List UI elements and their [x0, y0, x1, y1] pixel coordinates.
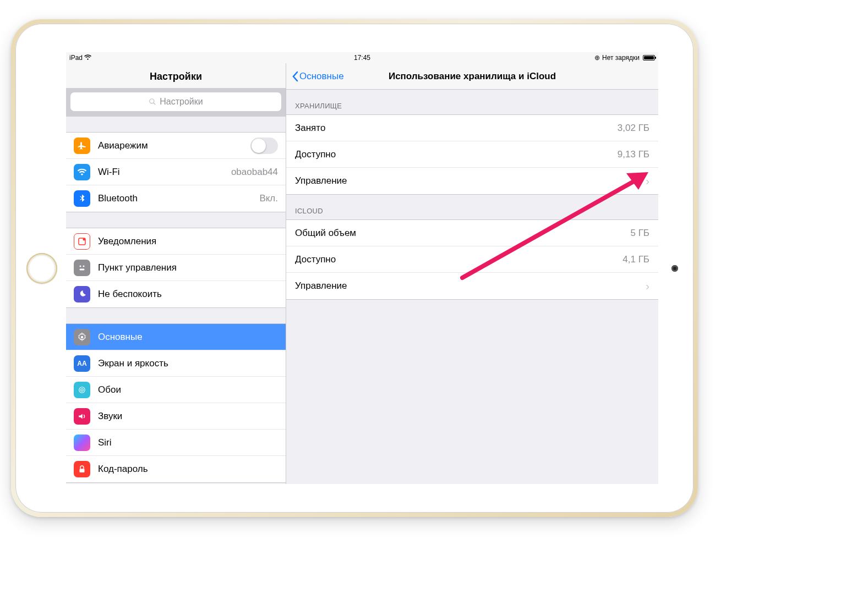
icloud-total-label: Общий объем [295, 228, 630, 239]
row-storage-used: Занято 3,02 ГБ [286, 115, 658, 141]
notifications-icon [74, 233, 90, 250]
bluetooth-value: Вкл. [259, 193, 278, 204]
wifi-label: Wi-Fi [98, 167, 231, 178]
sidebar-item-wifi[interactable]: Wi-Fi obaobab44 [66, 159, 286, 185]
wallpaper-icon [74, 382, 90, 398]
storage-manage-label: Управление [295, 175, 641, 186]
passcode-icon [74, 461, 90, 477]
chevron-left-icon [292, 71, 298, 82]
wifi-row-icon [74, 164, 90, 180]
device-label: iPad [69, 54, 83, 62]
chevron-right-icon: › [646, 280, 649, 293]
control-center-label: Пункт управления [98, 262, 278, 273]
sidebar-item-display[interactable]: AA Экран и яркость [66, 350, 286, 377]
detail-navbar: Основные Использование хранилища и iClou… [286, 63, 658, 90]
icloud-manage-label: Управление [295, 280, 641, 292]
airplane-label: Авиарежим [98, 140, 250, 151]
wifi-value: obaobab44 [231, 167, 278, 178]
dnd-label: Не беспокоить [98, 289, 278, 300]
siri-icon [74, 435, 90, 451]
search-icon [149, 98, 156, 106]
storage-used-value: 3,02 ГБ [618, 123, 649, 134]
sidebar-item-passcode[interactable]: Код-пароль [66, 456, 286, 482]
notifications-label: Уведомления [98, 236, 278, 247]
svg-rect-10 [80, 469, 85, 472]
sidebar-item-sounds[interactable]: Звуки [66, 403, 286, 430]
svg-line-1 [154, 103, 156, 105]
siri-label: Siri [98, 437, 278, 448]
search-placeholder: Настройки [160, 97, 203, 107]
section-header-storage: ХРАНИЛИЩЕ [286, 90, 658, 114]
bluetooth-label: Bluetooth [98, 193, 259, 204]
charging-icon: ⊕ [594, 54, 600, 62]
storage-available-label: Доступно [295, 149, 618, 160]
sidebar-item-wallpaper[interactable]: Обои [66, 377, 286, 403]
airplane-toggle[interactable] [250, 138, 278, 154]
wallpaper-label: Обои [98, 384, 278, 395]
svg-point-5 [83, 265, 85, 267]
control-center-icon [74, 260, 90, 276]
passcode-label: Код-пароль [98, 464, 278, 475]
status-bar: iPad 17:45 ⊕ Нет зарядки [66, 52, 658, 63]
bluetooth-icon [74, 190, 90, 207]
svg-point-7 [81, 336, 84, 338]
sidebar-title: Настройки [66, 63, 286, 88]
sidebar-item-airplane[interactable]: Авиарежим [66, 133, 286, 159]
row-icloud-manage[interactable]: Управление › [286, 273, 658, 299]
svg-rect-6 [80, 268, 85, 270]
sidebar-item-bluetooth[interactable]: Bluetooth Вкл. [66, 185, 286, 212]
display-icon: AA [74, 355, 90, 372]
row-storage-available: Доступно 9,13 ГБ [286, 141, 658, 168]
airplane-icon [74, 138, 90, 154]
icloud-available-value: 4,1 ГБ [622, 254, 649, 265]
search-input[interactable]: Настройки [70, 92, 281, 111]
storage-used-label: Занято [295, 123, 618, 134]
icloud-available-label: Доступно [295, 254, 622, 265]
general-label: Основные [98, 332, 278, 343]
row-storage-manage[interactable]: Управление › [286, 168, 658, 194]
chevron-right-icon: › [646, 175, 649, 188]
sidebar-item-general[interactable]: Основные [66, 324, 286, 350]
sidebar-item-siri[interactable]: Siri [66, 430, 286, 456]
charging-text: Нет зарядки [602, 54, 640, 62]
screen: iPad 17:45 ⊕ Нет зарядки Настройки [66, 52, 658, 484]
battery-icon [643, 55, 655, 61]
front-camera [671, 265, 678, 272]
svg-point-0 [150, 99, 154, 103]
general-icon [74, 329, 90, 345]
settings-sidebar: Настройки Настройки Авиарежим [66, 63, 286, 484]
svg-point-4 [80, 265, 81, 267]
home-button[interactable] [26, 253, 57, 284]
svg-point-9 [81, 388, 84, 391]
row-icloud-total: Общий объем 5 ГБ [286, 220, 658, 246]
wifi-icon [84, 54, 91, 62]
sounds-icon [74, 408, 90, 425]
detail-pane: Основные Использование хранилища и iClou… [286, 63, 658, 484]
ipad-frame: iPad 17:45 ⊕ Нет зарядки Настройки [11, 19, 698, 517]
clock: 17:45 [354, 54, 370, 62]
row-icloud-available: Доступно 4,1 ГБ [286, 246, 658, 273]
display-label: Экран и яркость [98, 358, 278, 369]
icloud-total-value: 5 ГБ [630, 228, 649, 239]
back-button[interactable]: Основные [292, 71, 344, 82]
svg-point-8 [79, 387, 85, 393]
sounds-label: Звуки [98, 411, 278, 422]
sidebar-item-dnd[interactable]: Не беспокоить [66, 281, 286, 307]
storage-available-value: 9,13 ГБ [618, 149, 649, 160]
dnd-icon [74, 286, 90, 302]
back-label: Основные [299, 71, 344, 82]
sidebar-item-notifications[interactable]: Уведомления [66, 228, 286, 255]
svg-point-3 [83, 238, 86, 241]
sidebar-item-control-center[interactable]: Пункт управления [66, 255, 286, 281]
detail-title: Использование хранилища и iCloud [389, 71, 556, 82]
section-header-icloud: ICLOUD [286, 195, 658, 219]
